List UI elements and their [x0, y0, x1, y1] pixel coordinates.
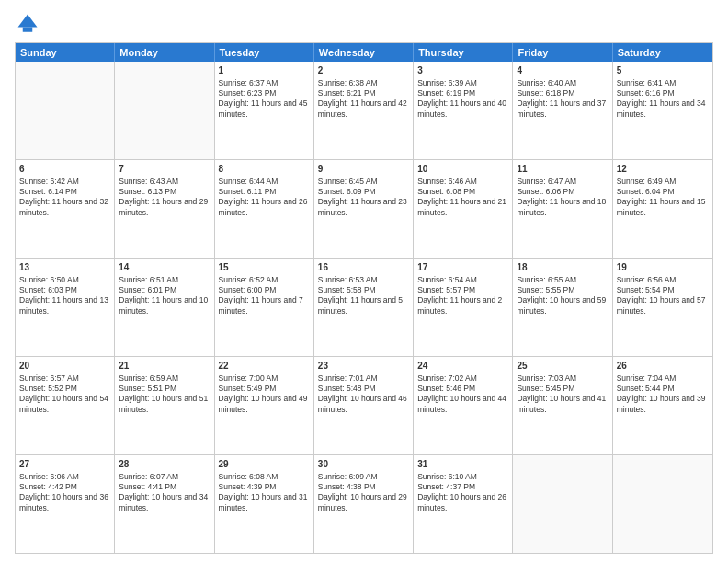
calendar-cell: 9Sunrise: 6:45 AMSunset: 6:09 PMDaylight…	[314, 160, 414, 258]
calendar-cell: 10Sunrise: 6:46 AMSunset: 6:08 PMDayligh…	[414, 160, 513, 258]
sunrise-text: Sunrise: 6:50 AM	[19, 275, 79, 284]
sunset-text: Sunset: 5:44 PM	[617, 384, 675, 393]
calendar-cell	[16, 62, 115, 159]
sunset-text: Sunset: 5:54 PM	[617, 285, 675, 294]
day-number: 7	[119, 163, 210, 176]
day-number: 18	[517, 261, 608, 274]
sunset-text: Sunset: 6:04 PM	[617, 187, 675, 196]
sunrise-text: Sunrise: 6:37 AM	[219, 78, 279, 87]
sunset-text: Sunset: 6:03 PM	[19, 285, 77, 294]
day-number: 15	[219, 261, 310, 274]
day-number: 26	[617, 360, 709, 373]
calendar-cell: 28Sunrise: 6:07 AMSunset: 4:41 PMDayligh…	[115, 455, 214, 553]
calendar-cell: 2Sunrise: 6:38 AMSunset: 6:21 PMDaylight…	[314, 62, 414, 159]
day-number: 25	[517, 360, 608, 373]
daylight-text: Daylight: 11 hours and 2 minutes.	[417, 295, 502, 315]
header-day-tuesday: Tuesday	[215, 43, 314, 62]
calendar-cell: 16Sunrise: 6:53 AMSunset: 5:58 PMDayligh…	[314, 259, 414, 356]
sunrise-text: Sunrise: 6:44 AM	[219, 177, 279, 186]
sunset-text: Sunset: 6:13 PM	[119, 187, 176, 196]
daylight-text: Daylight: 11 hours and 45 minutes.	[219, 98, 308, 118]
sunset-text: Sunset: 6:23 PM	[219, 88, 277, 98]
header-day-wednesday: Wednesday	[314, 43, 414, 62]
sunset-text: Sunset: 6:21 PM	[318, 88, 376, 98]
day-number: 14	[119, 261, 210, 274]
sunrise-text: Sunrise: 6:59 AM	[119, 373, 178, 383]
sunrise-text: Sunrise: 6:06 AM	[19, 472, 79, 481]
sunrise-text: Sunrise: 7:01 AM	[318, 373, 378, 383]
header-day-thursday: Thursday	[414, 43, 513, 62]
sunset-text: Sunset: 6:09 PM	[318, 187, 376, 196]
calendar-body: 1Sunrise: 6:37 AMSunset: 6:23 PMDaylight…	[16, 62, 712, 553]
logo-icon	[15, 11, 40, 37]
sunrise-text: Sunrise: 6:52 AM	[219, 275, 279, 284]
sunrise-text: Sunrise: 6:39 AM	[417, 78, 477, 87]
calendar-cell: 17Sunrise: 6:54 AMSunset: 5:57 PMDayligh…	[414, 259, 513, 356]
day-number: 28	[119, 458, 210, 471]
day-number: 4	[517, 64, 608, 77]
calendar-cell: 12Sunrise: 6:49 AMSunset: 6:04 PMDayligh…	[613, 160, 712, 258]
calendar-cell	[513, 455, 612, 553]
day-number: 19	[617, 261, 709, 274]
daylight-text: Daylight: 11 hours and 42 minutes.	[318, 98, 407, 118]
sunrise-text: Sunrise: 6:51 AM	[119, 275, 178, 284]
daylight-text: Daylight: 11 hours and 26 minutes.	[219, 197, 308, 216]
header-day-saturday: Saturday	[613, 43, 712, 62]
calendar-cell: 3Sunrise: 6:39 AMSunset: 6:19 PMDaylight…	[414, 62, 513, 159]
sunset-text: Sunset: 4:37 PM	[417, 482, 475, 491]
daylight-text: Daylight: 10 hours and 36 minutes.	[19, 492, 108, 511]
day-number: 8	[219, 163, 310, 176]
header-day-sunday: Sunday	[16, 43, 115, 62]
calendar-cell: 14Sunrise: 6:51 AMSunset: 6:01 PMDayligh…	[115, 259, 214, 356]
calendar-cell: 6Sunrise: 6:42 AMSunset: 6:14 PMDaylight…	[16, 160, 115, 258]
day-number: 17	[417, 261, 508, 274]
sunrise-text: Sunrise: 7:02 AM	[417, 373, 477, 383]
sunset-text: Sunset: 5:52 PM	[19, 384, 77, 393]
daylight-text: Daylight: 10 hours and 26 minutes.	[417, 492, 506, 511]
daylight-text: Daylight: 10 hours and 44 minutes.	[417, 394, 506, 413]
sunrise-text: Sunrise: 6:41 AM	[617, 78, 677, 87]
sunrise-text: Sunrise: 6:46 AM	[417, 177, 477, 186]
sunset-text: Sunset: 5:57 PM	[417, 285, 475, 294]
sunrise-text: Sunrise: 6:38 AM	[318, 78, 378, 87]
calendar-cell: 20Sunrise: 6:57 AMSunset: 5:52 PMDayligh…	[16, 357, 115, 454]
sunset-text: Sunset: 5:46 PM	[417, 384, 475, 393]
calendar-row-1: 6Sunrise: 6:42 AMSunset: 6:14 PMDaylight…	[16, 159, 712, 258]
daylight-text: Daylight: 11 hours and 15 minutes.	[617, 197, 706, 216]
daylight-text: Daylight: 11 hours and 13 minutes.	[19, 295, 108, 315]
day-number: 3	[417, 64, 508, 77]
daylight-text: Daylight: 11 hours and 18 minutes.	[517, 197, 606, 216]
sunset-text: Sunset: 5:49 PM	[219, 384, 277, 393]
day-number: 13	[19, 261, 110, 274]
day-number: 23	[318, 360, 409, 373]
calendar-cell: 30Sunrise: 6:09 AMSunset: 4:38 PMDayligh…	[314, 455, 414, 553]
sunset-text: Sunset: 6:16 PM	[617, 88, 675, 98]
calendar-row-3: 20Sunrise: 6:57 AMSunset: 5:52 PMDayligh…	[16, 356, 712, 454]
calendar-cell: 25Sunrise: 7:03 AMSunset: 5:45 PMDayligh…	[513, 357, 612, 454]
daylight-text: Daylight: 11 hours and 34 minutes.	[617, 98, 706, 118]
sunrise-text: Sunrise: 6:57 AM	[19, 373, 79, 383]
day-number: 27	[19, 458, 110, 471]
sunrise-text: Sunrise: 6:55 AM	[517, 275, 576, 284]
svg-rect-1	[23, 28, 33, 32]
calendar-cell: 31Sunrise: 6:10 AMSunset: 4:37 PMDayligh…	[414, 455, 513, 553]
calendar-cell: 27Sunrise: 6:06 AMSunset: 4:42 PMDayligh…	[16, 455, 115, 553]
daylight-text: Daylight: 11 hours and 32 minutes.	[19, 197, 108, 216]
sunset-text: Sunset: 5:55 PM	[517, 285, 574, 294]
sunrise-text: Sunrise: 7:04 AM	[617, 373, 677, 383]
daylight-text: Daylight: 10 hours and 46 minutes.	[318, 394, 407, 413]
sunrise-text: Sunrise: 6:49 AM	[617, 177, 677, 186]
sunrise-text: Sunrise: 7:03 AM	[517, 373, 576, 383]
sunset-text: Sunset: 5:51 PM	[119, 384, 176, 393]
calendar-cell: 15Sunrise: 6:52 AMSunset: 6:00 PMDayligh…	[215, 259, 314, 356]
day-number: 10	[417, 163, 508, 176]
calendar-cell: 1Sunrise: 6:37 AMSunset: 6:23 PMDaylight…	[215, 62, 314, 159]
sunrise-text: Sunrise: 6:40 AM	[517, 78, 576, 87]
calendar-row-2: 13Sunrise: 6:50 AMSunset: 6:03 PMDayligh…	[16, 258, 712, 356]
daylight-text: Daylight: 11 hours and 21 minutes.	[417, 197, 506, 216]
sunset-text: Sunset: 4:39 PM	[219, 482, 277, 491]
sunrise-text: Sunrise: 6:53 AM	[318, 275, 378, 284]
day-number: 1	[219, 64, 310, 77]
day-number: 5	[617, 64, 709, 77]
day-number: 24	[417, 360, 508, 373]
